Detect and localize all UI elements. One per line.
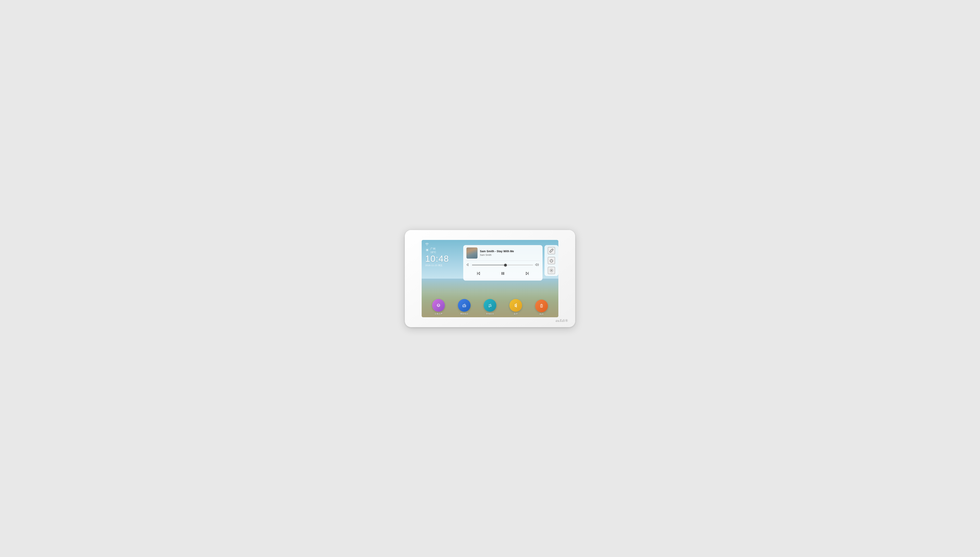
pause-button[interactable] bbox=[499, 270, 507, 278]
track-title: Sam Smith - Stay With Me bbox=[480, 249, 539, 253]
svg-point-2 bbox=[551, 270, 552, 271]
date-display: 2018-11-23 周五 bbox=[425, 264, 449, 267]
app-item-radio[interactable]: 网络电台 bbox=[458, 299, 471, 315]
volume-knob[interactable] bbox=[504, 264, 507, 267]
track-info: Sam Smith - Stay With Me Sam Smith bbox=[480, 249, 539, 256]
volume-low-icon bbox=[466, 263, 470, 267]
svg-point-3 bbox=[438, 306, 439, 307]
previous-button[interactable] bbox=[475, 270, 482, 278]
wifi-icon bbox=[425, 243, 429, 246]
app-label-yunque: 云雀之声 bbox=[435, 313, 443, 315]
svg-rect-11 bbox=[541, 305, 542, 306]
svg-rect-1 bbox=[503, 272, 504, 275]
app-label-bluetooth: 蓝牙 bbox=[514, 313, 518, 315]
svg-rect-0 bbox=[502, 272, 503, 275]
weather-time-block: ☀ 广州 19°C 10:48 2018-11-23 周五 bbox=[425, 247, 449, 267]
right-panel bbox=[545, 245, 558, 276]
app-label-local: 本地音乐 bbox=[486, 313, 494, 315]
svg-point-6 bbox=[489, 306, 490, 307]
app-item-bluetooth[interactable]: 蓝牙 bbox=[509, 299, 522, 315]
next-button[interactable] bbox=[523, 270, 531, 278]
minimize-button[interactable] bbox=[548, 247, 555, 254]
sun-icon: ☀ bbox=[425, 248, 429, 253]
album-art bbox=[466, 248, 477, 259]
app-item-local[interactable]: 本地音乐 bbox=[484, 299, 496, 315]
app-icon-yunque bbox=[432, 299, 445, 312]
app-icon-bluetooth bbox=[509, 299, 522, 312]
temperature-label: 19°C bbox=[430, 251, 436, 254]
volume-row bbox=[463, 261, 542, 269]
app-item-yunque[interactable]: 云雀之声 bbox=[432, 299, 445, 315]
brand-label: auXdi® bbox=[556, 319, 568, 323]
player-card: Sam Smith - Stay With Me Sam Smith bbox=[463, 245, 542, 280]
app-bar: 云雀之声 网络电台 bbox=[422, 299, 558, 317]
volume-track[interactable] bbox=[472, 265, 533, 265]
volume-fill bbox=[472, 265, 505, 265]
app-icon-radio bbox=[458, 299, 471, 312]
city-label: 广州 bbox=[430, 247, 436, 251]
track-artist: Sam Smith bbox=[480, 254, 539, 256]
power-button[interactable] bbox=[548, 257, 555, 264]
app-icon-local bbox=[484, 299, 496, 312]
screen: ☀ 广州 19°C 10:48 2018-11-23 周五 Sam Smith … bbox=[422, 240, 558, 317]
player-controls bbox=[463, 269, 542, 280]
svg-point-7 bbox=[490, 306, 492, 306]
app-item-aux[interactable]: AUX bbox=[535, 300, 548, 315]
player-top: Sam Smith - Stay With Me Sam Smith bbox=[463, 245, 542, 261]
time-display: 10:48 bbox=[425, 254, 449, 263]
svg-point-9 bbox=[492, 305, 492, 306]
svg-point-5 bbox=[465, 306, 466, 306]
volume-high-icon bbox=[535, 263, 539, 267]
settings-button[interactable] bbox=[548, 267, 555, 274]
app-icon-aux bbox=[535, 300, 548, 312]
svg-point-12 bbox=[541, 306, 542, 307]
device-body: ☀ 广州 19°C 10:48 2018-11-23 周五 Sam Smith … bbox=[405, 230, 575, 327]
app-label-aux: AUX bbox=[540, 313, 544, 315]
app-label-radio: 网络电台 bbox=[460, 313, 468, 315]
svg-point-8 bbox=[488, 305, 489, 305]
